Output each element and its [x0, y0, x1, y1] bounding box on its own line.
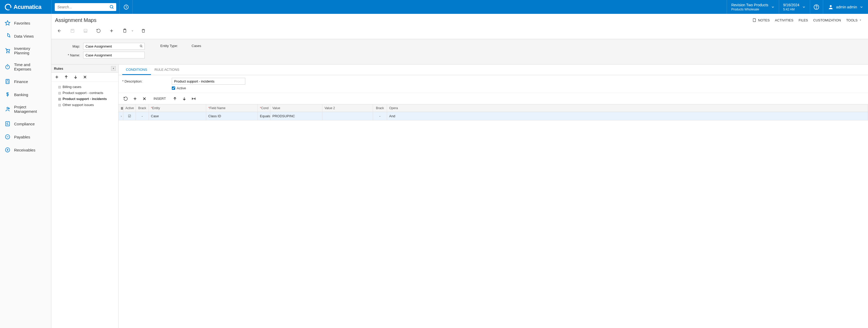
col-operator[interactable]: Opera — [387, 105, 868, 112]
col-entity[interactable]: *Entity — [149, 105, 206, 112]
cell-value[interactable]: PRODSUPINC — [270, 112, 322, 120]
clipboard-dropdown[interactable] — [130, 26, 135, 35]
search-icon[interactable] — [110, 5, 114, 9]
nav-receivables[interactable]: Receivables — [0, 143, 51, 157]
svg-rect-33 — [85, 31, 86, 32]
page-title: Assignment Maps — [55, 17, 96, 23]
brand-logo[interactable]: Acumatica — [0, 4, 51, 10]
caret-down-icon — [859, 19, 862, 21]
tree-item[interactable]: ▤ Product support - contracts — [54, 90, 116, 96]
cart-icon — [5, 48, 10, 54]
collapse-button[interactable] — [111, 66, 116, 71]
plus-circle-icon — [5, 147, 10, 153]
tree-item[interactable]: ▤ Billing cases — [54, 84, 116, 90]
business-date[interactable]: 9/16/2024 5:42 AM — [779, 0, 810, 14]
col-value2[interactable]: Value 2 — [322, 105, 373, 112]
checklist-icon — [5, 121, 10, 127]
col-value[interactable]: Value — [270, 105, 322, 112]
nav-inventory[interactable]: Inventory Planning — [0, 43, 51, 59]
col-bracket[interactable]: Brack — [136, 105, 149, 112]
tab-conditions[interactable]: CONDITIONS — [122, 64, 151, 75]
tenant-sub: Products Wholesale — [731, 7, 768, 11]
tree-item[interactable]: ▤ Product support - incidents — [54, 96, 116, 102]
move-down-button[interactable] — [73, 75, 78, 79]
nav-payables[interactable]: Payables — [0, 130, 51, 143]
name-input[interactable] — [83, 52, 145, 58]
fit-columns-button[interactable] — [191, 97, 196, 101]
svg-point-2 — [110, 5, 113, 8]
row-up-button[interactable] — [173, 97, 177, 101]
delete-button[interactable] — [139, 26, 148, 35]
table-row[interactable]: › ☑ - Case Class ID Equals PRODSUPINC - … — [119, 112, 868, 120]
rules-title: Rules — [54, 66, 63, 71]
activities-action[interactable]: ACTIVITIES — [772, 17, 796, 24]
row-indicator[interactable]: › — [119, 112, 123, 120]
cell-cond[interactable]: Equals — [258, 112, 270, 120]
nav-banking[interactable]: Banking — [0, 88, 51, 101]
undo-button[interactable] — [94, 26, 103, 35]
brand-name: Acumatica — [13, 4, 41, 10]
search-icon[interactable] — [140, 45, 143, 48]
map-input[interactable] — [83, 43, 145, 50]
col-bracket2[interactable]: Brack — [373, 105, 387, 112]
notes-action[interactable]: NOTES — [750, 17, 772, 24]
svg-marker-29 — [860, 20, 861, 21]
cell-oper[interactable]: And — [387, 112, 868, 120]
chevron-down-icon — [771, 5, 775, 9]
col-active[interactable]: Active — [123, 105, 136, 112]
svg-point-7 — [830, 5, 832, 7]
nav-time-expenses[interactable]: Time and Expenses — [0, 59, 51, 75]
save-close-button[interactable] — [68, 26, 77, 35]
insert-button[interactable]: INSERT — [151, 95, 168, 102]
nav-compliance[interactable]: Compliance — [0, 117, 51, 130]
col-selector[interactable]: ▦ — [119, 105, 123, 112]
nav-data-views[interactable]: Data Views — [0, 29, 51, 43]
tenant-name: Revision Two Products — [731, 3, 768, 7]
col-field[interactable]: *Field Name — [206, 105, 258, 112]
cell-bracket[interactable]: - — [136, 112, 149, 120]
user-menu[interactable]: admin admin — [823, 0, 868, 14]
pie-icon — [5, 33, 10, 39]
nav-finance[interactable]: Finance — [0, 75, 51, 88]
svg-rect-1 — [7, 8, 11, 10]
tools-action[interactable]: TOOLS — [843, 17, 864, 24]
clipboard-button[interactable] — [120, 26, 129, 35]
user-name: admin admin — [836, 5, 857, 9]
cell-bracket2[interactable]: - — [373, 112, 387, 120]
help-button[interactable] — [810, 0, 823, 14]
files-action[interactable]: FILES — [796, 17, 811, 24]
add-button[interactable] — [107, 26, 116, 35]
svg-point-21 — [9, 108, 10, 109]
refresh-button[interactable] — [123, 97, 128, 101]
tab-rule-actions[interactable]: RULE ACTIONS — [151, 64, 183, 75]
delete-rule-button[interactable] — [83, 75, 87, 79]
search-input[interactable] — [55, 3, 116, 11]
customization-action[interactable]: CUSTOMIZATION — [811, 17, 843, 24]
cell-active[interactable]: ☑ — [123, 112, 136, 120]
tree-item[interactable]: ▤ Other support issues — [54, 102, 116, 108]
move-up-button[interactable] — [64, 75, 68, 79]
active-checkbox[interactable] — [172, 86, 175, 90]
minus-circle-icon — [5, 134, 10, 140]
history-button[interactable] — [120, 0, 133, 14]
cell-field[interactable]: Class ID — [206, 112, 258, 120]
stopwatch-icon — [5, 64, 10, 70]
cell-entity[interactable]: Case — [149, 112, 206, 120]
description-input[interactable] — [172, 78, 245, 85]
row-down-button[interactable] — [182, 97, 187, 101]
page-icon: ▤ — [58, 97, 61, 101]
cell-value2[interactable] — [322, 112, 373, 120]
col-condition[interactable]: *Cond — [258, 105, 270, 112]
save-button[interactable] — [81, 26, 90, 35]
nav-project[interactable]: Project Management — [0, 101, 51, 117]
add-rule-button[interactable] — [55, 75, 59, 79]
svg-line-39 — [142, 47, 142, 47]
page-icon: ▤ — [58, 91, 61, 95]
tenant-selector[interactable]: Revision Two Products Products Wholesale — [727, 0, 779, 14]
nav-favorites[interactable]: Favorites — [0, 17, 51, 29]
delete-row-button[interactable] — [142, 97, 147, 101]
back-button[interactable] — [55, 26, 64, 35]
svg-point-38 — [140, 45, 142, 47]
user-icon — [828, 4, 834, 10]
add-row-button[interactable] — [133, 97, 137, 101]
